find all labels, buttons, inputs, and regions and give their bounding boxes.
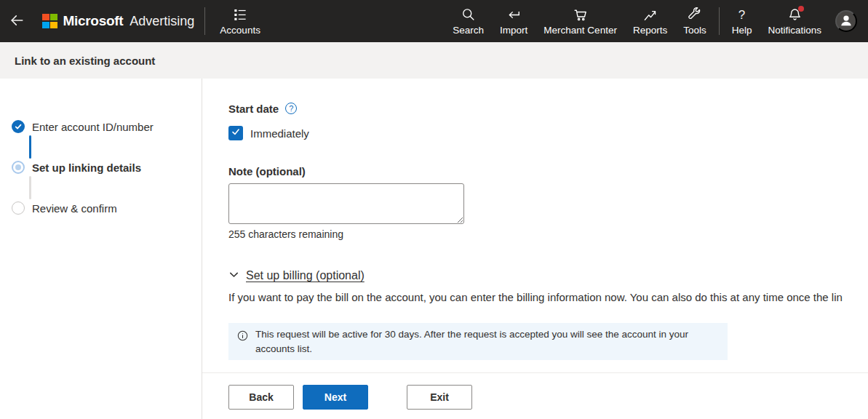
nav-merchant-center[interactable]: Merchant Center	[535, 0, 625, 42]
help-icon: ?	[738, 7, 745, 23]
start-date-help-icon[interactable]: ?	[285, 103, 297, 114]
characters-remaining: 255 characters remaining	[228, 228, 868, 241]
person-icon	[838, 12, 854, 31]
billing-description: If you want to pay the bill on the accou…	[228, 291, 868, 304]
notification-badge	[798, 6, 804, 12]
immediately-row: Immediately	[228, 126, 868, 140]
next-button[interactable]: Next	[303, 385, 368, 410]
immediately-checkbox[interactable]	[228, 126, 243, 140]
content-area: Enter account ID/number Set up linking d…	[0, 79, 868, 419]
step-enter-account-id[interactable]: Enter account ID/number	[12, 119, 202, 134]
brand-name: Microsoft	[63, 13, 124, 29]
wizard-footer: Back Next Exit	[202, 373, 868, 419]
nav-tools[interactable]: Tools	[675, 0, 714, 42]
page-header: Link to an existing account	[0, 42, 868, 79]
nav-reports-label: Reports	[633, 25, 667, 36]
step-label: Enter account ID/number	[32, 121, 154, 133]
product-name: Advertising	[130, 14, 194, 29]
step-connector	[29, 176, 31, 199]
nav-notifications-label: Notifications	[768, 25, 821, 36]
start-date-row: Start date ?	[228, 102, 868, 115]
billing-section-toggle[interactable]: Set up billing (optional)	[228, 268, 868, 283]
step-review-confirm[interactable]: Review & confirm	[12, 201, 202, 215]
form-body: Start date ? Immediately Note (optional)…	[202, 79, 868, 372]
merchant-center-icon	[573, 7, 588, 23]
accounts-icon	[233, 7, 248, 23]
step-complete-icon	[12, 120, 25, 133]
nav-search-label: Search	[453, 25, 484, 36]
exit-button[interactable]: Exit	[407, 385, 472, 410]
nav-notifications[interactable]: Notifications	[760, 0, 829, 42]
back-arrow-icon	[8, 12, 25, 31]
nav-import[interactable]: Import	[492, 0, 535, 42]
nav-tools-label: Tools	[683, 25, 706, 36]
nav-help-label: Help	[732, 25, 752, 36]
step-current-icon	[12, 161, 25, 174]
back-arrow-button[interactable]	[0, 0, 33, 42]
reports-icon	[642, 7, 658, 23]
note-input[interactable]	[228, 183, 464, 224]
nav-merchant-center-label: Merchant Center	[544, 25, 617, 36]
wizard-main-panel: Start date ? Immediately Note (optional)…	[202, 79, 868, 419]
note-label: Note (optional)	[228, 165, 306, 177]
info-icon	[237, 330, 248, 344]
nav-accounts-label: Accounts	[220, 25, 260, 36]
topbar-divider	[719, 7, 720, 35]
billing-toggle-link[interactable]: Set up billing (optional)	[246, 269, 365, 282]
back-button[interactable]: Back	[228, 385, 294, 410]
nav-reports[interactable]: Reports	[625, 0, 675, 42]
search-icon	[461, 7, 476, 23]
tools-icon	[687, 7, 702, 23]
chevron-down-icon	[228, 269, 239, 283]
wizard-stepper: Enter account ID/number Set up linking d…	[0, 79, 202, 419]
top-navigation-bar: Microsoft Advertising Accounts Search	[0, 0, 868, 42]
brand-wordmark: Microsoft Advertising	[63, 13, 195, 29]
user-avatar[interactable]	[835, 10, 857, 32]
nav-accounts[interactable]: Accounts	[210, 0, 271, 42]
nav-import-label: Import	[500, 25, 527, 36]
info-banner-text: This request will be active for 30 days.…	[255, 327, 692, 356]
notifications-bell-icon	[787, 7, 803, 23]
immediately-label[interactable]: Immediately	[250, 127, 309, 140]
step-label: Review & confirm	[32, 202, 117, 215]
note-label-row: Note (optional)	[228, 164, 868, 177]
page-title: Link to an existing account	[15, 55, 155, 67]
start-date-label: Start date	[228, 103, 279, 115]
microsoft-logo	[42, 14, 57, 29]
step-label: Set up linking details	[32, 161, 141, 174]
import-icon	[506, 7, 522, 23]
step-connector	[29, 135, 31, 159]
nav-search[interactable]: Search	[445, 0, 492, 42]
checkmark-icon	[231, 127, 241, 140]
step-upcoming-icon	[12, 201, 25, 215]
nav-help[interactable]: ? Help	[724, 0, 760, 42]
info-banner: This request will be active for 30 days.…	[228, 323, 728, 360]
step-set-up-linking-details[interactable]: Set up linking details	[12, 160, 202, 175]
topbar-divider	[204, 7, 205, 35]
